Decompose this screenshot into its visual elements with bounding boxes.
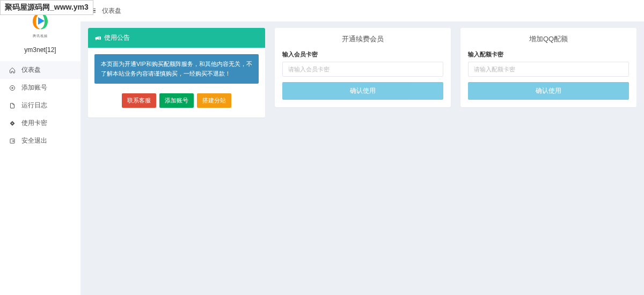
- contact-service-button[interactable]: 联系客服: [122, 93, 156, 108]
- quota-input-label: 输入配额卡密: [468, 50, 629, 58]
- tag-icon: [9, 120, 16, 126]
- sidebar-item-card-secret[interactable]: 使用卡密: [0, 114, 80, 125]
- vip-card-input[interactable]: [282, 62, 443, 77]
- vip-card-header: 开通续费会员: [275, 28, 451, 50]
- top-header: 仪表盘: [80, 0, 644, 21]
- announcement-title: 使用公告: [104, 33, 130, 42]
- sidebar-item-add-account[interactable]: 添加账号: [0, 79, 80, 97]
- username-label: ym3net[12]: [0, 42, 80, 61]
- file-icon: [9, 102, 16, 109]
- quota-card-input[interactable]: [468, 62, 629, 77]
- add-account-button[interactable]: 添加账号: [159, 93, 194, 108]
- browser-tab-title: 聚码屋源码网_www.ym3: [0, 0, 93, 15]
- nav-label: 运行日志: [21, 101, 47, 110]
- vip-input-label: 输入会员卡密: [282, 50, 443, 58]
- announcement-alert: 本页面为开通VIP和购买配额阵服务，和其他内容无关，不了解本站业务内容请谨慎购买…: [94, 54, 259, 84]
- sidebar-item-dashboard[interactable]: 仪表盘: [0, 61, 80, 79]
- vip-card: 开通续费会员 输入会员卡密 确认使用: [275, 28, 451, 107]
- announcement-header: 使用公告: [88, 28, 265, 48]
- sidebar: 腾讯视频 ym3net[12] 仪表盘 添加账号 运行日志 使用卡密: [0, 0, 80, 125]
- nav-label: 仪表盘: [21, 65, 41, 75]
- quota-confirm-button[interactable]: 确认使用: [468, 82, 629, 100]
- vip-confirm-button[interactable]: 确认使用: [282, 82, 443, 100]
- nav-label: 使用卡密: [21, 119, 47, 125]
- sidebar-item-logs[interactable]: 运行日志: [0, 97, 80, 114]
- announcement-card: 使用公告 本页面为开通VIP和购买配额阵服务，和其他内容无关，不了解本站业务内容…: [88, 28, 265, 117]
- home-icon: [9, 67, 16, 74]
- quota-card: 增加QQ配额 输入配额卡密 确认使用: [460, 28, 636, 107]
- logo-subtext: 腾讯视频: [0, 34, 80, 39]
- announcement-buttons: 联系客服 添加账号 搭建分站: [94, 93, 259, 111]
- sidebar-nav: 仪表盘 添加账号 运行日志 使用卡密 安全退出: [0, 61, 80, 125]
- build-substation-button[interactable]: 搭建分站: [197, 93, 231, 108]
- plus-circle-icon: [9, 84, 16, 92]
- quota-card-header: 增加QQ配额: [460, 28, 636, 50]
- bullhorn-icon: [94, 35, 101, 41]
- page-title: 仪表盘: [102, 6, 121, 16]
- nav-label: 添加账号: [21, 83, 47, 92]
